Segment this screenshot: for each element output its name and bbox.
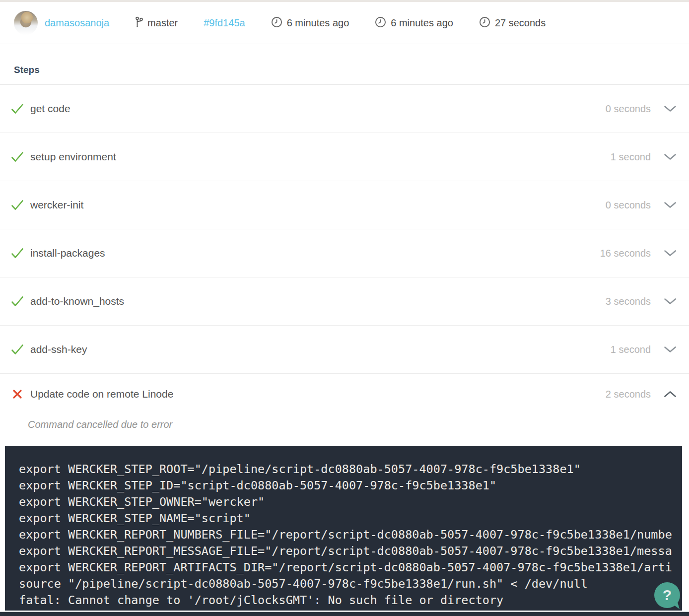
step-name: get code xyxy=(30,103,70,115)
commit-author[interactable]: damasosanoja xyxy=(45,17,109,29)
console-line: source "/pipeline/script-dc0880ab-5057-4… xyxy=(19,576,682,592)
success-check-icon xyxy=(11,151,24,162)
success-check-icon xyxy=(11,200,24,210)
created-time: 6 minutes ago xyxy=(271,16,349,30)
bottom-bar xyxy=(0,612,689,616)
step-error-note: Command cancelled due to error xyxy=(28,417,689,434)
step-name: setup environment xyxy=(30,151,116,163)
build-header: damasosanoja master #9fd145a xyxy=(0,2,689,44)
build-page: damasosanoja master #9fd145a xyxy=(0,0,689,616)
step-duration: 0 seconds xyxy=(606,103,651,115)
step-row[interactable]: add-ssh-key1 second xyxy=(0,326,689,374)
step-duration: 16 seconds xyxy=(600,248,651,259)
chevron-down-icon[interactable] xyxy=(664,250,677,257)
step-duration: 2 seconds xyxy=(606,389,651,400)
branch-name: master xyxy=(147,17,178,29)
success-check-icon xyxy=(11,248,24,259)
step-row[interactable]: get code0 seconds xyxy=(0,85,689,133)
git-branch-icon xyxy=(135,15,143,30)
console-line: fatal: Cannot change to '/root/jClocksGM… xyxy=(19,592,682,609)
console-line: export WERCKER_REPORT_MESSAGE_FILE="/rep… xyxy=(19,543,682,559)
step-duration: 3 seconds xyxy=(606,296,651,307)
chevron-down-icon[interactable] xyxy=(664,298,677,305)
console-line: export WERCKER_REPORT_ARTIFACTS_DIR="/re… xyxy=(19,559,682,576)
clock-icon xyxy=(271,16,282,30)
console-line: export WERCKER_REPORT_NUMBERS_FILE="/rep… xyxy=(19,527,682,543)
total-duration-label: 27 seconds xyxy=(495,17,546,29)
step-duration: 1 second xyxy=(611,151,651,163)
failed-x-icon xyxy=(11,389,24,399)
step-row[interactable]: setup environment1 second xyxy=(0,133,689,181)
total-duration: 27 seconds xyxy=(479,16,546,30)
finished-time-label: 6 minutes ago xyxy=(391,17,453,29)
step-duration: 0 seconds xyxy=(606,200,651,211)
avatar[interactable] xyxy=(14,11,38,35)
step-name: add-ssh-key xyxy=(30,343,87,355)
success-check-icon xyxy=(11,344,24,355)
chevron-up-icon[interactable] xyxy=(664,391,677,398)
step-row[interactable]: wercker-init0 seconds xyxy=(0,181,689,229)
finished-time: 6 minutes ago xyxy=(375,16,453,30)
step-row[interactable]: add-to-known_hosts3 seconds xyxy=(0,277,689,326)
console-line: export WERCKER_STEP_OWNER="wercker" xyxy=(19,494,682,510)
question-mark-icon: ? xyxy=(663,587,672,604)
commit-hash-link[interactable]: #9fd145a xyxy=(204,17,245,29)
step-name: install-packages xyxy=(30,247,105,259)
created-time-label: 6 minutes ago xyxy=(287,17,349,29)
steps-list: get code0 secondssetup environment1 seco… xyxy=(0,85,689,414)
chevron-down-icon[interactable] xyxy=(664,105,677,112)
steps-section-title: Steps xyxy=(0,44,689,85)
chevron-down-icon[interactable] xyxy=(664,202,677,208)
step-duration: 1 second xyxy=(611,344,651,355)
success-check-icon xyxy=(11,103,24,114)
chevron-down-icon[interactable] xyxy=(664,346,677,353)
console-line: export WERCKER_STEP_ID="script-dc0880ab-… xyxy=(19,478,682,494)
console-output[interactable]: export WERCKER_STEP_ROOT="/pipeline/scri… xyxy=(5,446,682,611)
step-row[interactable]: install-packages16 seconds xyxy=(0,229,689,277)
help-button[interactable]: ? xyxy=(654,582,680,608)
clock-icon xyxy=(479,16,490,30)
step-name: Update code on remote Linode xyxy=(30,388,173,400)
step-row[interactable]: Update code on remote Linode2 seconds xyxy=(0,374,689,414)
username-link[interactable]: damasosanoja xyxy=(45,17,109,29)
clock-icon xyxy=(375,16,386,30)
commit-info[interactable]: #9fd145a xyxy=(204,17,245,29)
success-check-icon xyxy=(11,296,24,307)
chevron-down-icon[interactable] xyxy=(664,153,677,160)
step-name: wercker-init xyxy=(30,199,83,211)
console-line: export WERCKER_STEP_ROOT="/pipeline/scri… xyxy=(19,461,682,478)
console-line: export WERCKER_STEP_NAME="script" xyxy=(19,510,682,527)
step-name: add-to-known_hosts xyxy=(30,295,124,307)
branch-info: master xyxy=(135,15,178,30)
